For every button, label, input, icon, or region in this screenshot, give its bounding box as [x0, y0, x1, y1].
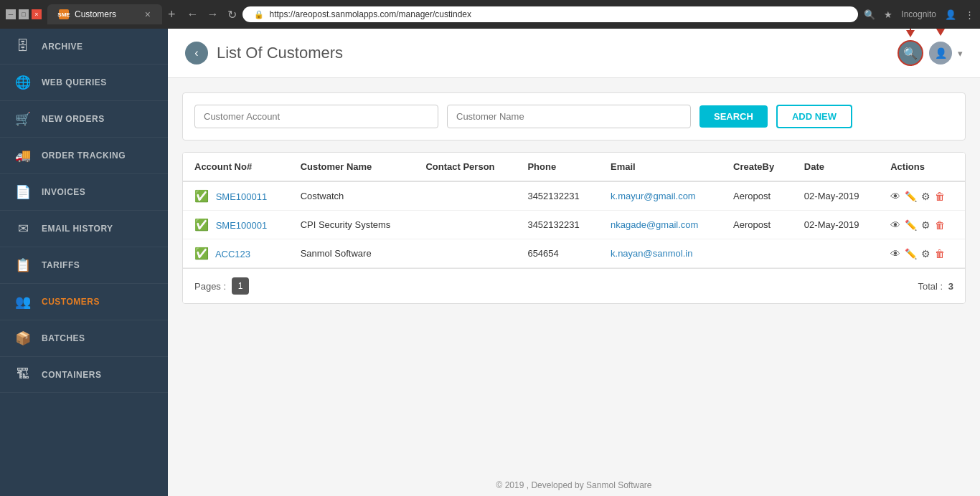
col-createby: CreateBy [722, 153, 793, 181]
account-link-2[interactable]: ACC123 [215, 249, 250, 259]
user-dropdown-icon[interactable]: ▾ [958, 48, 963, 59]
annotation-2-wrapper: 2 👤 [929, 42, 952, 65]
sidebar-item-customers[interactable]: 👥 CUSTOMERS [0, 284, 168, 320]
view-icon-1[interactable]: 👁 [890, 219, 900, 231]
cell-email-0: k.mayur@gmail.com [599, 181, 722, 211]
add-new-button[interactable]: ADD NEW [776, 105, 852, 128]
sidebar-item-email-history[interactable]: ✉ EMAIL HISTORY [0, 211, 168, 247]
email-link-1[interactable]: nkagade@gmail.com [611, 219, 698, 230]
sidebar-item-batches[interactable]: 📦 BATCHES [0, 320, 168, 357]
new-orders-icon: 🛒 [14, 111, 32, 127]
order-tracking-icon: 🚚 [14, 148, 32, 163]
edit-icon-2[interactable]: ✏️ [905, 248, 917, 259]
table-row: ✅ ACC123 Sanmol Software 654654 k.nayan@… [183, 239, 965, 268]
cell-createby-1: Aeropost [722, 211, 793, 239]
cell-contact-person-2 [414, 239, 516, 268]
col-date: Date [793, 153, 879, 181]
reload-btn[interactable]: ↻ [227, 8, 237, 22]
view-icon-2[interactable]: 👁 [890, 248, 900, 259]
containers-label: CONTAINERS [42, 370, 101, 380]
pagination: Pages : 1 [194, 277, 249, 295]
total-label: Total : [918, 281, 943, 292]
cell-actions-1: 👁 ✏️ ⚙ 🗑 [879, 211, 965, 239]
action-icons-1: 👁 ✏️ ⚙ 🗑 [890, 219, 953, 231]
delete-icon-0[interactable]: 🗑 [935, 191, 945, 202]
customer-account-input[interactable] [194, 105, 438, 128]
tariffs-icon: 📋 [14, 257, 32, 273]
settings-icon-0[interactable]: ⚙ [921, 191, 930, 202]
browser-controls[interactable]: ← → ↻ [187, 8, 237, 22]
cell-phone-0: 3452132231 [516, 181, 599, 211]
tab-close-btn[interactable]: × [145, 9, 151, 20]
lock-icon: 🔒 [254, 10, 264, 19]
cell-date-0: 02-May-2019 [793, 181, 879, 211]
table-row: ✅ SME100011 Costwatch 3452132231 k.mayur… [183, 181, 965, 211]
search-circle-button[interactable]: 🔍 [897, 40, 923, 66]
back-button[interactable]: ‹ [185, 42, 208, 65]
browser-right: 🔍 ★ Incognito 👤 ⋮ [864, 9, 974, 20]
account-link-1[interactable]: SME100001 [216, 220, 268, 231]
forward-nav-btn[interactable]: → [207, 8, 219, 21]
back-nav-btn[interactable]: ← [187, 8, 199, 21]
cell-phone-2: 654654 [516, 239, 599, 268]
settings-icon-2[interactable]: ⚙ [921, 248, 930, 259]
col-email: Email [599, 153, 722, 181]
annotation-arrowhead-1 [906, 30, 915, 37]
window-controls[interactable]: ─ □ × [6, 9, 42, 19]
sidebar-item-web-queries[interactable]: 🌐 WEB QUERIES [0, 65, 168, 101]
customer-name-input[interactable] [447, 105, 691, 128]
sidebar-item-tariffs[interactable]: 📋 TARIFFS [0, 247, 168, 284]
browser-tab[interactable]: SME Customers × [47, 4, 162, 24]
profile-icon[interactable]: 👤 [945, 9, 956, 20]
user-avatar-button[interactable]: 👤 [929, 42, 952, 65]
main-content: SEARCH ADD NEW Account No# Customer Name… [168, 78, 980, 474]
header-right: 1 🔍 2 👤 ▾ [897, 40, 963, 66]
content-area: ‹ List Of Customers 1 🔍 2 [168, 29, 980, 496]
close-btn[interactable]: × [32, 9, 42, 19]
annotation-arrow-line-1 [910, 29, 911, 30]
page-header: ‹ List Of Customers 1 🔍 2 [168, 29, 980, 78]
email-link-2[interactable]: k.nayan@sanmol.in [611, 248, 692, 259]
batches-icon: 📦 [14, 330, 32, 346]
table-footer: Pages : 1 Total : 3 [183, 268, 965, 303]
page-number[interactable]: 1 [232, 277, 249, 295]
invoices-icon: 📄 [14, 184, 32, 200]
address-bar[interactable]: 🔒 https://areopost.sanmolapps.com/manage… [242, 6, 859, 22]
browser-search-icon[interactable]: 🔍 [864, 9, 875, 20]
maximize-btn[interactable]: □ [19, 9, 29, 19]
view-icon-0[interactable]: 👁 [890, 191, 900, 202]
menu-icon[interactable]: ⋮ [965, 9, 974, 20]
sidebar-item-new-orders[interactable]: 🛒 NEW ORDERS [0, 101, 168, 138]
cell-email-1: nkagade@gmail.com [599, 211, 722, 239]
minimize-btn[interactable]: ─ [6, 9, 16, 19]
cell-date-2 [793, 239, 879, 268]
edit-icon-0[interactable]: ✏️ [905, 191, 917, 202]
new-tab-btn[interactable]: + [168, 7, 176, 22]
sidebar-item-containers[interactable]: 🏗 CONTAINERS [0, 357, 168, 393]
email-link-0[interactable]: k.mayur@gmail.com [611, 191, 696, 201]
sidebar-item-invoices[interactable]: 📄 INVOICES [0, 174, 168, 211]
edit-icon-1[interactable]: ✏️ [905, 219, 917, 231]
delete-icon-1[interactable]: 🗑 [935, 219, 945, 231]
col-phone: Phone [516, 153, 599, 181]
account-link-0[interactable]: SME100011 [216, 191, 268, 202]
order-tracking-label: ORDER TRACKING [42, 151, 126, 161]
table-header-row: Account No# Customer Name Contact Person… [183, 153, 965, 181]
sidebar-item-order-tracking[interactable]: 🚚 ORDER TRACKING [0, 138, 168, 174]
settings-icon-1[interactable]: ⚙ [921, 219, 930, 231]
web-queries-icon: 🌐 [14, 75, 32, 90]
sidebar-item-archive[interactable]: 🗄 ARCHIVE [0, 29, 168, 65]
search-button[interactable]: SEARCH [699, 105, 768, 128]
cell-createby-2 [722, 239, 793, 268]
new-orders-label: NEW ORDERS [42, 114, 105, 124]
delete-icon-2[interactable]: 🗑 [935, 248, 945, 259]
table-row: ✅ SME100001 CPI Security Systems 3452132… [183, 211, 965, 239]
customers-icon: 👥 [14, 294, 32, 310]
cell-createby-0: Aeropost [722, 181, 793, 211]
cell-actions-0: 👁 ✏️ ⚙ 🗑 [879, 181, 965, 211]
footer-text: © 2019 , Developed by Sanmol Software [496, 480, 652, 490]
bookmark-icon[interactable]: ★ [884, 9, 892, 20]
customers-table: Account No# Customer Name Contact Person… [183, 153, 965, 268]
sidebar: 🗄 ARCHIVE 🌐 WEB QUERIES 🛒 NEW ORDERS 🚚 O… [0, 29, 168, 496]
browser-chrome: ─ □ × SME Customers × + ← → ↻ 🔒 https://… [0, 0, 980, 29]
